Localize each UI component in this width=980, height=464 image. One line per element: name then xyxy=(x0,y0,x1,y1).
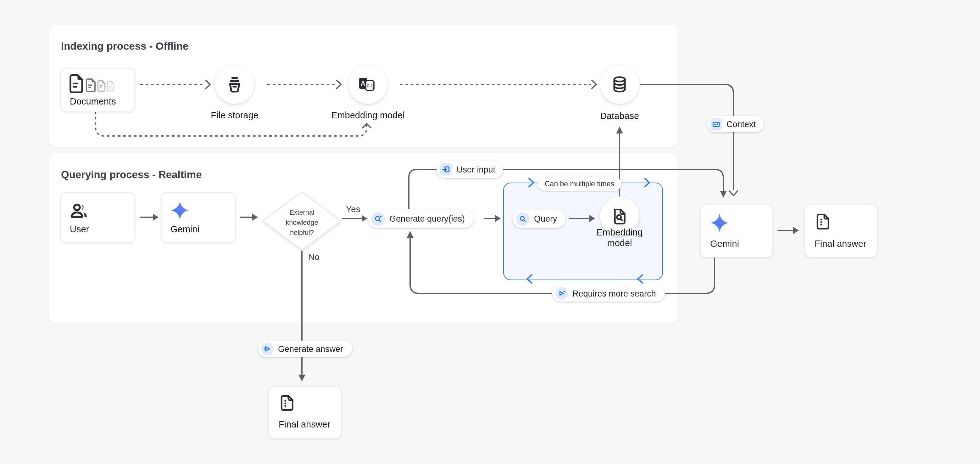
generate-queries-label: Generate query(ies) xyxy=(389,214,465,223)
svg-text:A: A xyxy=(361,79,366,86)
dashed-arrowheads xyxy=(206,80,596,128)
database-node[interactable] xyxy=(600,65,639,104)
embedding-model-offline-node[interactable]: A 0,1 xyxy=(348,65,387,104)
input-icon xyxy=(440,163,452,175)
final-answer-right-label: Final answer xyxy=(815,239,866,249)
context-pill[interactable]: Context xyxy=(707,116,763,132)
database-icon xyxy=(610,75,629,94)
final-answer-document-icon xyxy=(814,212,833,231)
requires-more-search-pill[interactable]: Requires more search xyxy=(552,285,665,301)
play-spark-icon xyxy=(555,287,568,300)
yes-edge-label: Yes xyxy=(346,204,360,214)
documents-label: Documents xyxy=(70,96,116,107)
embedding-model-offline-label: Embedding model xyxy=(331,110,405,120)
user-node[interactable]: User xyxy=(60,192,135,243)
querying-panel-title: Querying process - Realtime xyxy=(61,169,202,181)
final-answer-right-node[interactable]: Final answer xyxy=(805,204,877,257)
can-be-multiple-times-pill: Can be multiple times xyxy=(538,177,621,191)
svg-text:0,1: 0,1 xyxy=(367,83,373,88)
solid-edges xyxy=(140,85,793,375)
can-be-multiple-times-label: Can be multiple times xyxy=(545,180,614,188)
query-label: Query xyxy=(534,214,557,223)
embedding-model-realtime-label: Embedding model xyxy=(593,227,647,249)
gemini-final-label: Gemini xyxy=(710,239,739,249)
file-storage-label: File storage xyxy=(211,110,259,120)
documents-icon xyxy=(69,74,117,94)
user-input-label: User input xyxy=(457,165,495,174)
users-icon xyxy=(69,202,89,220)
context-arrowhead xyxy=(729,191,738,196)
query-pill[interactable]: Query xyxy=(513,210,565,228)
requires-more-search-label: Requires more search xyxy=(573,289,656,298)
database-label: Database xyxy=(600,111,639,121)
search-icon xyxy=(516,212,530,226)
user-input-pill[interactable]: User input xyxy=(436,161,503,178)
generate-answer-pill[interactable]: Generate answer xyxy=(258,341,352,357)
final-answer-bottom-node[interactable]: Final answer xyxy=(269,386,342,439)
gemini-label: Gemini xyxy=(170,224,199,234)
documents-node[interactable]: Documents xyxy=(60,68,135,112)
final-answer-document-icon xyxy=(278,394,297,412)
user-label: User xyxy=(70,224,89,234)
file-storage-node[interactable] xyxy=(215,65,254,104)
search-spark-icon xyxy=(371,212,385,226)
final-answer-bottom-label: Final answer xyxy=(278,419,330,429)
generate-answer-label: Generate answer xyxy=(278,344,343,354)
gemini-node[interactable]: Gemini xyxy=(161,192,236,243)
gemini-icon xyxy=(709,212,730,234)
no-edge-label: No xyxy=(308,252,320,262)
context-icon xyxy=(710,118,722,130)
send-icon xyxy=(261,343,274,355)
decision-text: External knowledge helpful? xyxy=(275,207,328,238)
indexing-panel-title: Indexing process - Offline xyxy=(61,40,188,52)
embedding-model-icon: A 0,1 xyxy=(358,76,378,93)
gemini-icon xyxy=(169,199,191,221)
document-search-icon xyxy=(610,207,629,226)
storage-icon xyxy=(225,75,244,94)
generate-queries-pill[interactable]: Generate query(ies) xyxy=(368,210,474,228)
diagram-canvas: Indexing process - Offline Querying proc… xyxy=(0,0,980,464)
gemini-final-node[interactable]: Gemini xyxy=(700,204,773,257)
context-label: Context xyxy=(727,119,756,129)
